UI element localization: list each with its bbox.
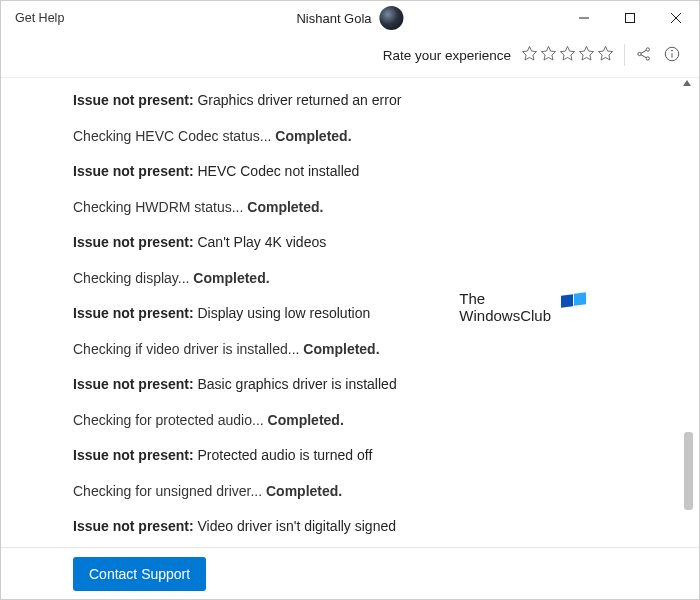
- user-name: Nishant Gola: [296, 11, 371, 26]
- scrollbar-thumb[interactable]: [684, 432, 693, 510]
- svg-point-9: [638, 52, 641, 55]
- rate-label: Rate your experience: [383, 48, 511, 63]
- contact-support-button[interactable]: Contact Support: [73, 557, 206, 591]
- maximize-button[interactable]: [607, 1, 653, 35]
- svg-marker-8: [598, 46, 612, 60]
- svg-marker-5: [541, 46, 555, 60]
- issue-not-present-label: Issue not present:: [73, 376, 197, 392]
- close-button[interactable]: [653, 1, 699, 35]
- diagnostic-log: Issue not present: Graphics driver retur…: [1, 78, 699, 547]
- star-icon[interactable]: [540, 45, 557, 65]
- title-user: Nishant Gola: [296, 6, 403, 30]
- diagnostic-line: Issue not present: Video driver isn't di…: [73, 518, 659, 536]
- svg-point-16: [672, 50, 673, 51]
- svg-marker-7: [579, 46, 593, 60]
- completed-label: Completed.: [247, 199, 323, 215]
- diagnostic-line: Checking for protected audio... Complete…: [73, 412, 659, 430]
- app-title: Get Help: [15, 11, 64, 25]
- completed-label: Completed.: [268, 412, 344, 428]
- svg-marker-4: [522, 46, 536, 60]
- info-icon[interactable]: [663, 45, 681, 66]
- maximize-icon: [625, 13, 635, 23]
- svg-point-10: [646, 47, 649, 50]
- diagnostic-line: Checking HWDRM status... Completed.: [73, 199, 659, 217]
- diagnostic-line: Issue not present: HEVC Codec not instal…: [73, 163, 659, 181]
- close-icon: [671, 13, 681, 23]
- diagnostic-line: Checking for unsigned driver... Complete…: [73, 483, 659, 501]
- completed-label: Completed.: [303, 341, 379, 357]
- issue-not-present-label: Issue not present:: [73, 163, 197, 179]
- star-icon[interactable]: [559, 45, 576, 65]
- avatar[interactable]: [380, 6, 404, 30]
- diagnostic-line: Issue not present: Can't Play 4K videos: [73, 234, 659, 252]
- issue-not-present-label: Issue not present:: [73, 234, 197, 250]
- svg-rect-1: [626, 14, 635, 23]
- completed-label: Completed.: [193, 270, 269, 286]
- watermark-line2: WindowsClub: [459, 307, 551, 324]
- window-controls: [561, 1, 699, 35]
- issue-not-present-label: Issue not present:: [73, 92, 197, 108]
- scrollbar[interactable]: [683, 92, 695, 541]
- watermark-logo-icon: [561, 288, 587, 308]
- diagnostic-line: Issue not present: Basic graphics driver…: [73, 376, 659, 394]
- divider: [624, 44, 625, 66]
- svg-line-12: [641, 50, 646, 53]
- completed-label: Completed.: [266, 483, 342, 499]
- star-icon[interactable]: [578, 45, 595, 65]
- minimize-button[interactable]: [561, 1, 607, 35]
- completed-label: Completed.: [275, 128, 351, 144]
- star-icon[interactable]: [521, 45, 538, 65]
- issue-not-present-label: Issue not present:: [73, 518, 197, 534]
- share-icon[interactable]: [635, 45, 653, 66]
- svg-marker-6: [560, 46, 574, 60]
- footer: Contact Support: [1, 547, 699, 599]
- diagnostic-line: Checking display... Completed.: [73, 270, 659, 288]
- svg-line-13: [641, 54, 646, 57]
- title-bar: Get Help Nishant Gola: [1, 1, 699, 35]
- diagnostic-line: Issue not present: Protected audio is tu…: [73, 447, 659, 465]
- scroll-up-arrow-icon[interactable]: [683, 80, 691, 86]
- minimize-icon: [579, 13, 589, 23]
- star-icon[interactable]: [597, 45, 614, 65]
- content-area: Issue not present: Graphics driver retur…: [1, 77, 699, 547]
- svg-point-11: [646, 56, 649, 59]
- issue-not-present-label: Issue not present:: [73, 305, 197, 321]
- diagnostic-line: Checking if video driver is installed...…: [73, 341, 659, 359]
- issue-not-present-label: Issue not present:: [73, 447, 197, 463]
- rating-stars[interactable]: [521, 45, 614, 65]
- watermark: The WindowsClub: [459, 290, 551, 325]
- watermark-line1: The: [459, 290, 551, 307]
- diagnostic-line: Issue not present: Graphics driver retur…: [73, 92, 659, 110]
- rating-bar: Rate your experience: [1, 35, 699, 77]
- diagnostic-line: Checking HEVC Codec status... Completed.: [73, 128, 659, 146]
